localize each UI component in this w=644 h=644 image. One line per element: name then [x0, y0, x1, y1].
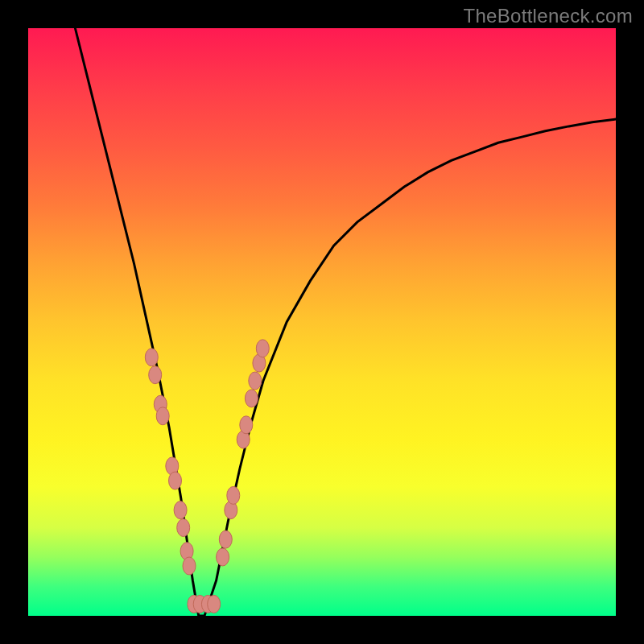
- data-marker: [217, 548, 229, 566]
- data-marker: [256, 340, 269, 357]
- bottleneck-curve: [75, 28, 616, 616]
- watermark-text: TheBottleneck.com: [463, 5, 633, 27]
- data-marker: [245, 390, 258, 407]
- data-marker: [227, 486, 240, 504]
- data-marker: [174, 502, 187, 519]
- data-marker: [208, 595, 221, 613]
- data-marker: [219, 530, 232, 548]
- data-marker: [145, 349, 158, 366]
- data-marker: [156, 407, 169, 425]
- data-marker: [169, 472, 182, 489]
- data-marker: [149, 366, 162, 384]
- curve-svg: [28, 28, 616, 616]
- data-markers: [145, 340, 269, 613]
- data-marker: [183, 557, 196, 575]
- chart-frame: TheBottleneck.com: [0, 0, 644, 644]
- data-marker: [240, 416, 253, 434]
- data-marker: [177, 519, 190, 537]
- data-marker: [249, 372, 262, 390]
- plot-area: [28, 28, 616, 616]
